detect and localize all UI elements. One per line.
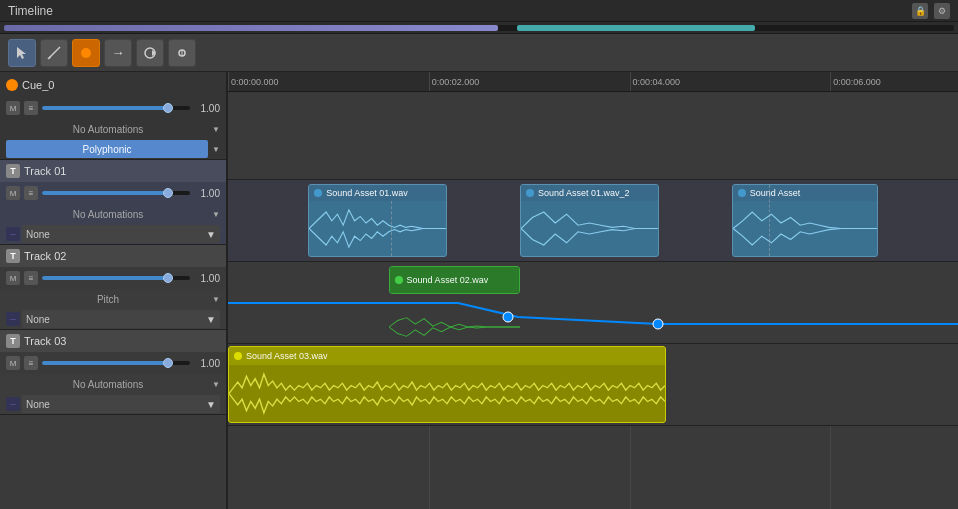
track-02-timeline-area: Sound Asset 02.wav (228, 262, 958, 344)
ruler-mark-3: 0:00:06.000 (830, 72, 881, 91)
title-bar: Timeline 🔒 ⚙ (0, 0, 958, 22)
toolbar: → (0, 34, 958, 72)
select-tool-button[interactable] (8, 39, 36, 67)
track-01-automation-row: No Automations ▼ (0, 204, 226, 224)
track-01-automation-label: No Automations (6, 209, 210, 220)
track-01-row: T Track 01 M ≡ 1.00 No Automations ▼ ···… (0, 160, 226, 245)
track-02-row: T Track 02 M ≡ 1.00 Pitch ▼ ··· None (0, 245, 226, 330)
svg-point-10 (395, 276, 403, 284)
track-03-automation-label: No Automations (6, 379, 210, 390)
track-03-header: T Track 03 (0, 330, 226, 352)
cue-volume-slider[interactable] (42, 106, 190, 110)
main-layout: Cue_0 M ≡ 1.00 No Automations ▼ Polyphon… (0, 72, 958, 509)
track-03-volume-slider[interactable] (42, 361, 190, 365)
sa01v2-label: Sound Asset 01.wav_2 (538, 188, 630, 198)
track-01-header: T Track 01 (0, 160, 226, 182)
orange-tool-button[interactable] (72, 39, 100, 67)
sound-block-sa01v2[interactable]: Sound Asset 01.wav_2 (520, 184, 659, 257)
razor-tool-button[interactable] (40, 39, 68, 67)
progress-area (0, 22, 958, 34)
track-02-param-icon[interactable]: ··· (6, 312, 20, 326)
cue-solo-icon[interactable]: ≡ (24, 101, 38, 115)
track-02-volume-value: 1.00 (194, 273, 220, 284)
track-02-param-row: ··· None ▼ (0, 309, 226, 329)
track-01-type-icon: T (6, 164, 20, 178)
cue-mode-arrow[interactable]: ▼ (212, 145, 220, 154)
right-panel: 0:00:00.000 0:00:02.000 0:00:04.000 0:00… (228, 72, 958, 509)
track-01-param-select[interactable]: None ▼ (22, 225, 220, 243)
ruler-mark-2: 0:00:04.000 (630, 72, 681, 91)
loop-button[interactable] (136, 39, 164, 67)
sa-last-cut-line (769, 201, 770, 256)
ruler-mark-0: 0:00:00.000 (228, 72, 279, 91)
sa01v2-waveform (521, 201, 658, 256)
track-01-controls: M ≡ 1.00 (0, 182, 226, 204)
track-01-timeline-area: Sound Asset 01.wav So (228, 180, 958, 262)
pitch-automation-line (228, 262, 958, 343)
track-03-type-icon: T (6, 334, 20, 348)
track-02-name: Track 02 (24, 250, 220, 262)
lock-icon[interactable]: 🔒 (912, 3, 928, 19)
cue-mute-icon[interactable]: M (6, 101, 20, 115)
sa01-waveform (309, 201, 446, 256)
left-panel: Cue_0 M ≡ 1.00 No Automations ▼ Polyphon… (0, 72, 228, 509)
cue-automation-row: No Automations ▼ (0, 119, 226, 139)
sa02-lower-waveform (389, 313, 520, 341)
track-01-param-row: ··· None ▼ (0, 224, 226, 244)
sound-block-sa03[interactable]: Sound Asset 03.wav (228, 346, 666, 423)
sound-block-sa-last[interactable]: Sound Asset (732, 184, 878, 257)
track-01-automation-arrow[interactable]: ▼ (212, 210, 220, 219)
track-03-param-select[interactable]: None ▼ (22, 395, 220, 413)
cue-mode-row: Polyphonic ▼ (0, 139, 226, 159)
track-01-volume-value: 1.00 (194, 188, 220, 199)
cue-automation-label: No Automations (6, 124, 210, 135)
track-03-param-row: ··· None ▼ (0, 394, 226, 414)
sa-last-label: Sound Asset (750, 188, 801, 198)
cue-mode-select[interactable]: Polyphonic (6, 140, 208, 158)
progress-track[interactable] (4, 25, 954, 31)
cue-automation-arrow[interactable]: ▼ (212, 125, 220, 134)
track-03-param-icon[interactable]: ··· (6, 397, 20, 411)
track-01-solo-icon[interactable]: ≡ (24, 186, 38, 200)
settings-icon[interactable]: ⚙ (934, 3, 950, 19)
track-03-mute-icon[interactable]: M (6, 356, 20, 370)
track-02-volume-slider[interactable] (42, 276, 190, 280)
svg-point-7 (314, 189, 322, 197)
link-button[interactable] (168, 39, 196, 67)
track-03-name: Track 03 (24, 335, 220, 347)
timeline-ruler[interactable]: 0:00:00.000 0:00:02.000 0:00:04.000 0:00… (228, 72, 958, 92)
svg-point-3 (81, 48, 91, 58)
timeline-tracks-area: Sound Asset 01.wav So (228, 92, 958, 509)
cue-dot (6, 79, 18, 91)
sa03-label: Sound Asset 03.wav (246, 351, 328, 361)
track-01-mute-icon[interactable]: M (6, 186, 20, 200)
track-02-controls: M ≡ 1.00 (0, 267, 226, 289)
svg-point-8 (526, 189, 534, 197)
track-02-param-select[interactable]: None ▼ (22, 310, 220, 328)
cue-volume-value: 1.00 (194, 103, 220, 114)
sound-block-sa02[interactable]: Sound Asset 02.wav (389, 266, 520, 294)
sa01-label: Sound Asset 01.wav (326, 188, 408, 198)
svg-marker-0 (17, 47, 26, 59)
track-02-automation-arrow[interactable]: ▼ (212, 295, 220, 304)
track-01-name: Track 01 (24, 165, 220, 177)
sound-block-sa01[interactable]: Sound Asset 01.wav (308, 184, 447, 257)
track-03-automation-arrow[interactable]: ▼ (212, 380, 220, 389)
title-bar-icons: 🔒 ⚙ (912, 3, 950, 19)
svg-point-12 (653, 319, 663, 329)
track-01-param-icon[interactable]: ··· (6, 227, 20, 241)
track-02-type-icon: T (6, 249, 20, 263)
track-03-automation-row: No Automations ▼ (0, 374, 226, 394)
track-03-solo-icon[interactable]: ≡ (24, 356, 38, 370)
track-02-mute-icon[interactable]: M (6, 271, 20, 285)
svg-point-9 (738, 189, 746, 197)
track-02-automation-label: Pitch (6, 294, 210, 305)
progress-fill-teal (517, 25, 755, 31)
arrow-right-button[interactable]: → (104, 39, 132, 67)
track-02-header: T Track 02 (0, 245, 226, 267)
cue-name: Cue_0 (22, 79, 220, 91)
track-01-volume-slider[interactable] (42, 191, 190, 195)
track-02-solo-icon[interactable]: ≡ (24, 271, 38, 285)
track-03-timeline-area: Sound Asset 03.wav (228, 344, 958, 426)
track-03-volume-value: 1.00 (194, 358, 220, 369)
